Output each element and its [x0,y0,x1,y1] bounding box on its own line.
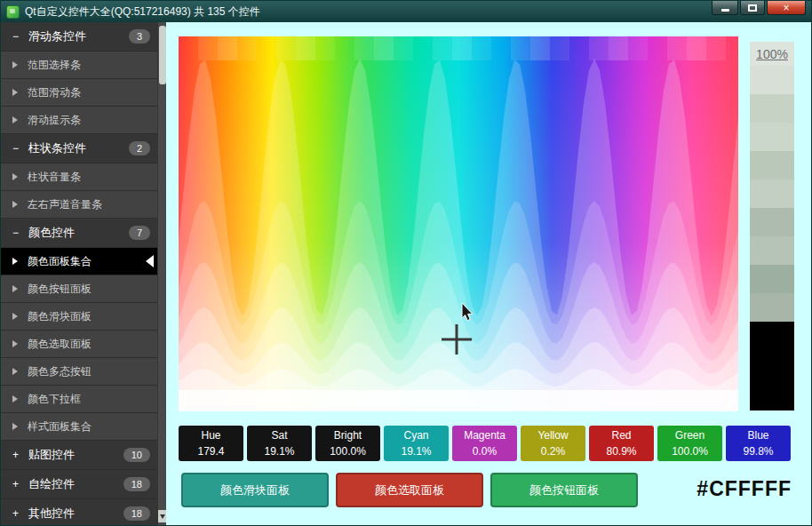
value-label: Yellow [521,429,585,442]
sidebar-group-贴图控件[interactable]: +贴图控件10 [1,441,157,470]
value-label: Red [589,429,654,442]
sidebar-item-label: 柱状条控件 [28,140,86,156]
panel-buttons-row: 颜色滑块面板颜色选取面板颜色按钮面板 [181,473,638,507]
sidebar-item-label: 样式面板集合 [28,419,92,434]
scrollbar-thumb[interactable] [159,26,166,84]
sidebar-item-柱状音量条[interactable]: 柱状音量条 [1,163,157,191]
plus-icon: + [12,507,28,520]
triangle-right-icon [12,340,18,347]
sidebar-item-label: 滑动条控件 [28,28,86,44]
sidebar-group-柱状条控件[interactable]: −柱状条控件2 [1,134,157,163]
sidebar-item-label: 范围滑动条 [28,85,81,100]
color-swatch[interactable] [750,265,794,293]
color-swatch[interactable] [750,236,794,265]
sidebar-item-颜色滑块面板[interactable]: 颜色滑块面板 [1,303,157,331]
value-label: Hue [179,429,243,442]
triangle-right-icon [12,423,18,430]
sidebar-group-颜色控件[interactable]: −颜色控件7 [1,219,157,248]
sidebar-scrollbar[interactable] [157,22,166,525]
plus-icon: + [12,449,28,461]
triangle-right-icon [12,368,18,375]
count-badge: 2 [129,141,150,155]
color-swatch[interactable] [750,94,794,123]
triangle-right-icon [12,395,18,402]
color-swatch[interactable] [750,179,794,208]
color-swatch[interactable] [750,66,794,94]
sidebar-item-样式面板集合[interactable]: 样式面板集合 [1,413,157,441]
hsv-color-panel[interactable] [179,36,738,411]
sidebar-item-label: 颜色下拉框 [28,392,81,407]
sidebar-item-颜色按钮面板[interactable]: 颜色按钮面板 [1,275,157,303]
app-icon [6,5,20,19]
panel-button-颜色按钮面板[interactable]: 颜色按钮面板 [490,473,638,507]
value-box-bright: Bright100.0% [315,426,380,461]
sidebar-group-自绘控件[interactable]: +自绘控件18 [1,470,157,499]
minimize-icon [721,9,729,12]
value-number: 0.2% [521,445,585,458]
sidebar-item-label: 颜色控件 [28,225,75,241]
sidebar: −滑动条控件3范围选择条范围滑动条滑动提示条−柱状条控件2柱状音量条左右声道音量… [1,22,166,525]
plus-icon: + [12,478,28,490]
value-number: 0.0% [452,445,517,458]
sidebar-item-label: 左右声道音量条 [28,197,102,212]
value-box-blue: Blue99.8% [726,426,791,461]
panel-button-颜色选取面板[interactable]: 颜色选取面板 [336,473,483,507]
color-swatch[interactable] [750,208,794,236]
sidebar-item-颜色选取面板[interactable]: 颜色选取面板 [1,331,157,358]
maximize-button[interactable] [740,1,765,15]
sidebar-list: −滑动条控件3范围选择条范围滑动条滑动提示条−柱状条控件2柱状音量条左右声道音量… [1,22,157,525]
value-box-magenta: Magenta0.0% [452,426,517,461]
color-values-row: Hue179.4Sat19.1%Bright100.0%Cyan19.1%Mag… [179,426,791,461]
panel-button-颜色滑块面板[interactable]: 颜色滑块面板 [181,473,329,507]
count-badge: 7 [129,226,150,240]
app-window: Qt自定义控件大全(QQ:517216493) 共 135 个控件 × −滑动条… [0,0,812,526]
sidebar-item-颜色多态按钮[interactable]: 颜色多态按钮 [1,358,157,386]
sidebar-item-范围选择条[interactable]: 范围选择条 [1,52,157,79]
sidebar-group-滑动条控件[interactable]: −滑动条控件3 [1,22,157,52]
value-number: 179.4 [179,445,243,458]
sidebar-item-label: 范围选择条 [28,58,81,73]
triangle-right-icon [12,201,18,208]
count-badge: 18 [123,506,150,521]
value-label: Green [657,429,722,442]
maximize-icon [748,4,757,12]
sidebar-item-左右声道音量条[interactable]: 左右声道音量条 [1,191,157,219]
sidebar-item-颜色下拉框[interactable]: 颜色下拉框 [1,386,157,413]
triangle-right-icon [12,173,18,180]
window-title: Qt自定义控件大全(QQ:517216493) 共 135 个控件 [25,4,260,20]
value-label: Sat [247,429,312,442]
value-number: 99.8% [726,445,791,458]
value-label: Cyan [384,429,449,442]
triangle-right-icon [12,89,18,96]
triangle-right-icon [12,258,18,265]
triangle-right-icon [12,61,18,68]
sidebar-item-label: 滑动提示条 [28,113,81,128]
color-swatch[interactable] [750,151,794,179]
sidebar-group-其他控件[interactable]: +其他控件18 [1,499,157,525]
triangle-right-icon [12,313,18,320]
sidebar-item-范围滑动条[interactable]: 范围滑动条 [1,79,157,107]
minus-icon: − [12,142,28,155]
close-button[interactable]: × [767,1,806,15]
sidebar-item-label: 其他控件 [28,506,75,522]
scrollbar-down-button[interactable] [158,510,166,522]
sidebar-item-颜色面板集合[interactable]: 颜色面板集合 [1,248,157,275]
value-number: 100.0% [315,445,380,458]
sidebar-item-滑动提示条[interactable]: 滑动提示条 [1,107,157,134]
triangle-right-icon [12,116,18,124]
selected-marker [146,255,154,267]
color-swatch[interactable] [750,322,794,410]
sidebar-item-label: 贴图控件 [28,447,75,463]
sidebar-item-label: 颜色按钮面板 [28,282,92,297]
color-swatch[interactable] [750,293,794,322]
value-label: Blue [726,429,791,442]
sidebar-item-label: 颜色选取面板 [28,337,92,352]
value-number: 80.9% [589,445,654,458]
minimize-button[interactable] [712,1,738,15]
color-swatch[interactable] [750,123,794,151]
triangle-right-icon [12,285,18,292]
value-box-hue: Hue179.4 [179,426,243,461]
swatch-strip [750,66,794,410]
sidebar-item-label: 颜色多态按钮 [28,364,92,379]
close-icon: × [783,3,789,13]
